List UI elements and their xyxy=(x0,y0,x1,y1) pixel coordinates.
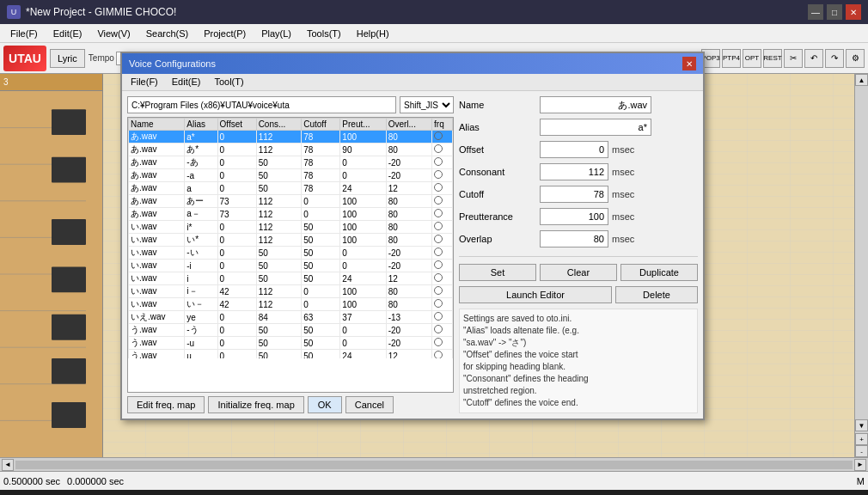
dialog-menu-edit[interactable]: Edit(E) xyxy=(167,76,206,89)
ok-button[interactable]: OK xyxy=(308,396,342,413)
config-overlap-label: Overlap xyxy=(459,234,536,244)
frq-circle[interactable] xyxy=(434,131,443,140)
frq-circle[interactable] xyxy=(434,183,443,192)
voice-table-container: Name Alias Offset Cons... Cutoff Preut..… xyxy=(127,117,454,393)
launch-editor-button[interactable]: Launch Editor xyxy=(459,286,612,303)
frq-circle[interactable] xyxy=(434,286,443,295)
table-row[interactable]: い.wav-i050500-20 xyxy=(129,260,453,272)
col-cutoff: Cutoff xyxy=(302,119,340,131)
dialog-title-text: Voice Configurations xyxy=(129,58,216,69)
col-frq: frq xyxy=(432,119,453,131)
col-offset: Offset xyxy=(217,119,256,131)
config-offset-unit: msec xyxy=(612,144,634,155)
delete-button[interactable]: Delete xyxy=(615,286,698,303)
table-row[interactable]: う.wavu050502412 xyxy=(129,350,453,359)
config-cutoff-unit: msec xyxy=(612,189,634,199)
config-consonant-input[interactable] xyxy=(540,163,608,180)
frq-circle[interactable] xyxy=(434,235,443,243)
config-name-row: Name xyxy=(459,96,698,113)
table-row[interactable]: い.wavい－42112010080 xyxy=(129,298,453,311)
config-offset-label: Offset xyxy=(459,144,536,155)
config-overlap-unit: msec xyxy=(612,234,634,244)
config-preutterance-unit: msec xyxy=(612,211,634,222)
table-row[interactable]: い.wavi*01125010080 xyxy=(129,221,453,234)
config-alias-row: Alias xyxy=(459,119,698,136)
config-consonant-row: Consonant msec xyxy=(459,163,698,180)
table-row[interactable]: あ.wav-あ050780-20 xyxy=(129,156,453,169)
frq-circle[interactable] xyxy=(434,312,443,321)
frq-circle[interactable] xyxy=(434,222,443,230)
config-overlap-input[interactable] xyxy=(540,230,608,248)
config-buttons-row-1: Set Clear Duplicate xyxy=(459,264,698,281)
config-preutterance-row: Preutterance msec xyxy=(459,208,698,225)
voice-config-dialog: Voice Configurations ✕ File(F) Edit(E) T… xyxy=(120,52,705,420)
dialog-menu-tool[interactable]: Tool(T) xyxy=(209,76,248,89)
table-row[interactable]: あ.wava－73112010080 xyxy=(129,208,453,221)
frq-circle[interactable] xyxy=(434,170,443,179)
frq-circle[interactable] xyxy=(434,351,443,358)
dialog-right-panel: Name Alias Offset msec Consonant msec xyxy=(459,96,698,413)
table-row[interactable]: い.wav-い050500-20 xyxy=(129,247,453,260)
frq-circle[interactable] xyxy=(434,157,443,166)
table-row[interactable]: い.wavi－42112010080 xyxy=(129,285,453,298)
path-input[interactable] xyxy=(127,96,396,113)
config-alias-input[interactable] xyxy=(540,119,651,136)
clear-button[interactable]: Clear xyxy=(540,264,617,281)
config-consonant-unit: msec xyxy=(612,167,634,177)
edit-freq-map-button[interactable]: Edit freq. map xyxy=(127,396,205,413)
set-button[interactable]: Set xyxy=(459,264,536,281)
frq-circle[interactable] xyxy=(434,325,443,333)
table-row[interactable]: あ.wavあ*0112789080 xyxy=(129,144,453,156)
table-row[interactable]: あ.wavあー73112010080 xyxy=(129,195,453,208)
table-row[interactable]: う.wav-u050500-20 xyxy=(129,337,453,350)
config-offset-input[interactable] xyxy=(540,141,608,158)
table-row[interactable]: あ.wav-a050780-20 xyxy=(129,169,453,182)
col-cons: Cons... xyxy=(256,119,302,131)
frq-circle[interactable] xyxy=(434,260,443,269)
table-row[interactable]: あ.wava050782412 xyxy=(129,182,453,195)
voice-table-body: あ.wava*01127810080あ.wavあ*0112789080あ.wav… xyxy=(129,131,453,359)
info-text: Settings are saved to oto.ini. "Alias" l… xyxy=(459,309,698,413)
table-row[interactable]: いえ.wavye0846337-13 xyxy=(129,311,453,324)
config-cutoff-row: Cutoff msec xyxy=(459,186,698,203)
frq-circle[interactable] xyxy=(434,273,443,282)
frq-circle[interactable] xyxy=(434,248,443,256)
bottom-buttons: Edit freq. map Initialize freq. map OK C… xyxy=(127,396,454,413)
table-row[interactable]: い.wavi050502412 xyxy=(129,272,453,285)
dialog-left-panel: Shift_JIS UTF-8 Name Alias Offset xyxy=(127,96,454,413)
col-preut: Preut... xyxy=(340,119,386,131)
config-offset-row: Offset msec xyxy=(459,141,698,158)
col-name: Name xyxy=(129,119,185,131)
config-cutoff-input[interactable] xyxy=(540,186,608,203)
dialog-menu: File(F) Edit(E) Tool(T) xyxy=(122,74,703,91)
config-alias-label: Alias xyxy=(459,122,536,132)
frq-circle[interactable] xyxy=(434,299,443,308)
frq-circle[interactable] xyxy=(434,196,443,205)
init-freq-map-button[interactable]: Initialize freq. map xyxy=(208,396,303,413)
config-consonant-label: Consonant xyxy=(459,167,536,177)
dialog-content: Shift_JIS UTF-8 Name Alias Offset xyxy=(122,91,703,419)
config-preutterance-label: Preutterance xyxy=(459,211,536,222)
table-row[interactable]: う.wav-う050500-20 xyxy=(129,324,453,337)
table-row[interactable]: い.wavい*01125010080 xyxy=(129,234,453,247)
table-row[interactable]: あ.wava*01127810080 xyxy=(129,131,453,144)
config-name-label: Name xyxy=(459,100,536,110)
col-overl: Overl... xyxy=(386,119,431,131)
dialog-overlay: Voice Configurations ✕ File(F) Edit(E) T… xyxy=(0,0,868,495)
table-scroll-wrapper[interactable]: Name Alias Offset Cons... Cutoff Preut..… xyxy=(128,118,453,358)
encoding-select[interactable]: Shift_JIS UTF-8 xyxy=(400,96,454,113)
frq-circle[interactable] xyxy=(434,144,443,153)
dialog-close-button[interactable]: ✕ xyxy=(682,57,696,70)
voice-table: Name Alias Offset Cons... Cutoff Preut..… xyxy=(128,118,453,358)
table-header: Name Alias Offset Cons... Cutoff Preut..… xyxy=(129,119,453,131)
dialog-menu-file[interactable]: File(F) xyxy=(125,76,163,89)
config-name-input[interactable] xyxy=(540,96,651,113)
frq-circle[interactable] xyxy=(434,209,443,217)
duplicate-button[interactable]: Duplicate xyxy=(620,264,698,281)
col-alias: Alias xyxy=(185,119,217,131)
cancel-button[interactable]: Cancel xyxy=(345,396,394,413)
config-cutoff-label: Cutoff xyxy=(459,189,536,199)
path-row: Shift_JIS UTF-8 xyxy=(127,96,454,113)
frq-circle[interactable] xyxy=(434,338,443,346)
config-preutterance-input[interactable] xyxy=(540,208,608,225)
